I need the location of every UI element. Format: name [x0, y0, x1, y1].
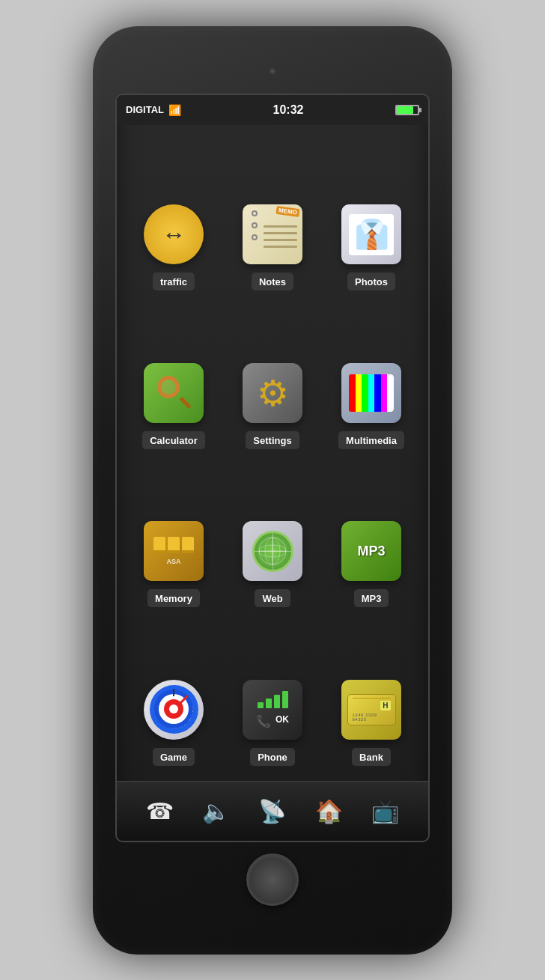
memo-tag: MEMO — [275, 206, 299, 217]
dock-call-icon: ☎ — [146, 798, 174, 824]
multimedia-icon-wrapper — [336, 359, 407, 427]
memory-slot-1 — [153, 537, 165, 553]
magnifier-circle — [157, 376, 180, 398]
bank-icon: H 1346 2309 64325 — [341, 680, 401, 740]
memory-text: ASA — [166, 558, 180, 565]
memory-slot-2 — [168, 537, 180, 553]
home-button[interactable] — [246, 853, 299, 906]
gear-icon: ⚙ — [257, 372, 289, 414]
traffic-label-bg: traffic — [153, 273, 195, 290]
traffic-label: traffic — [160, 276, 187, 287]
mp3-icon-wrapper: MP3 — [336, 517, 407, 585]
mp3-label-bg: MP3 — [354, 589, 389, 607]
dock-signal[interactable]: 📡 — [258, 798, 286, 824]
app-bank[interactable]: H 1346 2309 64325 Bank — [326, 615, 417, 766]
notes-icon: MEMO — [243, 204, 302, 264]
svg-point-3 — [265, 538, 280, 564]
photos-icon-wrapper: 👔 — [336, 201, 407, 268]
app-phone[interactable]: 📞 OK Phone — [227, 615, 318, 766]
settings-icon: ⚙ — [243, 363, 302, 423]
app-multimedia[interactable]: Multimedia — [326, 298, 417, 449]
magnifier-handle — [179, 397, 191, 409]
web-label-bg: Web — [255, 589, 290, 607]
phone-icon-content: 📞 OK — [256, 691, 289, 728]
carrier-label: DIGITAL — [126, 104, 164, 115]
apps-grid: traffic — [117, 125, 428, 781]
dock-home[interactable]: 🏠 — [315, 798, 343, 824]
notes-label-bg: Notes — [252, 273, 293, 290]
target-svg — [153, 689, 195, 730]
dock-signal-icon: 📡 — [258, 798, 286, 824]
calculator-icon-wrapper — [138, 359, 210, 427]
notes-content — [264, 225, 297, 248]
battery-icon — [395, 105, 419, 115]
status-left: DIGITAL 📶 — [126, 104, 181, 116]
notes-spiral — [252, 210, 258, 240]
phone-top — [108, 49, 437, 94]
app-notes[interactable]: MEMO Notes — [227, 140, 318, 291]
dock-volume-icon: 🔈 — [202, 798, 230, 824]
app-game[interactable]: Game — [128, 615, 219, 766]
camera-dot — [267, 66, 278, 76]
wifi-icon: 📶 — [168, 104, 181, 116]
web-icon — [243, 521, 302, 581]
svg-point-8 — [169, 704, 178, 713]
card-stripe — [353, 698, 391, 699]
card-number: 1346 2309 64325 — [353, 713, 391, 722]
multimedia-label-bg: Multimedia — [338, 431, 404, 449]
target-icon — [150, 685, 198, 734]
app-calculator[interactable]: Calculator — [128, 298, 219, 449]
tv-bar-2 — [356, 374, 362, 412]
svg-point-4 — [259, 545, 286, 557]
dock-call[interactable]: ☎ — [146, 798, 174, 824]
bank-label-bg: Bank — [352, 748, 391, 766]
settings-label: Settings — [253, 435, 291, 446]
tv-bar-5 — [374, 374, 381, 412]
notes-rule-4 — [264, 246, 297, 248]
photos-inner: 👔 — [349, 214, 394, 255]
phone-icon: 📞 OK — [243, 680, 302, 740]
memory-icon-wrapper: ASA — [138, 517, 210, 585]
app-mp3[interactable]: MP3 MP3 — [326, 457, 417, 608]
status-time: 10:32 — [273, 103, 304, 117]
calculator-label: Calculator — [150, 435, 198, 446]
spiral-dot-3 — [252, 234, 258, 240]
spiral-dot-1 — [252, 210, 258, 216]
web-label: Web — [262, 593, 282, 604]
app-traffic[interactable]: traffic — [128, 140, 219, 291]
sig-bar-4 — [282, 691, 288, 708]
calculator-label-bg: Calculator — [142, 431, 205, 449]
settings-label-bg: Settings — [246, 431, 299, 449]
notes-rule-1 — [264, 225, 297, 228]
signal-bars — [258, 691, 288, 708]
sig-bar-3 — [274, 695, 280, 708]
bank-card: H 1346 2309 64325 — [347, 694, 396, 725]
dock-home-icon: 🏠 — [315, 798, 343, 824]
game-label: Game — [160, 752, 187, 763]
tv-bar-6 — [381, 374, 388, 412]
phone-label-bg: Phone — [250, 748, 295, 766]
traffic-icon — [144, 204, 204, 264]
phone-screen: DIGITAL 📶 10:32 traffic — [115, 94, 430, 842]
phone-bottom — [108, 842, 437, 917]
spiral-dot-2 — [252, 222, 258, 228]
app-settings[interactable]: ⚙ Settings — [227, 298, 318, 449]
calculator-icon — [144, 363, 204, 423]
globe-svg — [258, 536, 287, 566]
dock-tv[interactable]: 📺 — [371, 798, 399, 824]
dock-volume[interactable]: 🔈 — [202, 798, 230, 824]
app-web[interactable]: Web — [227, 457, 318, 608]
app-photos[interactable]: 👔 Photos — [326, 140, 417, 291]
svg-point-0 — [259, 538, 286, 564]
status-bar: DIGITAL 📶 10:32 — [117, 95, 428, 125]
game-label-bg: Game — [153, 748, 195, 766]
battery-container — [395, 105, 419, 115]
app-memory[interactable]: ASA Memory — [128, 457, 219, 608]
magnifier-icon — [157, 376, 191, 410]
mp3-label: MP3 — [362, 593, 382, 604]
phone-call-icons: 📞 OK — [256, 714, 289, 728]
battery-fill — [397, 106, 413, 114]
tv-bar-1 — [349, 374, 356, 412]
mp3-text: MP3 — [357, 544, 385, 559]
phone-icon-wrapper: 📞 OK — [237, 676, 308, 743]
